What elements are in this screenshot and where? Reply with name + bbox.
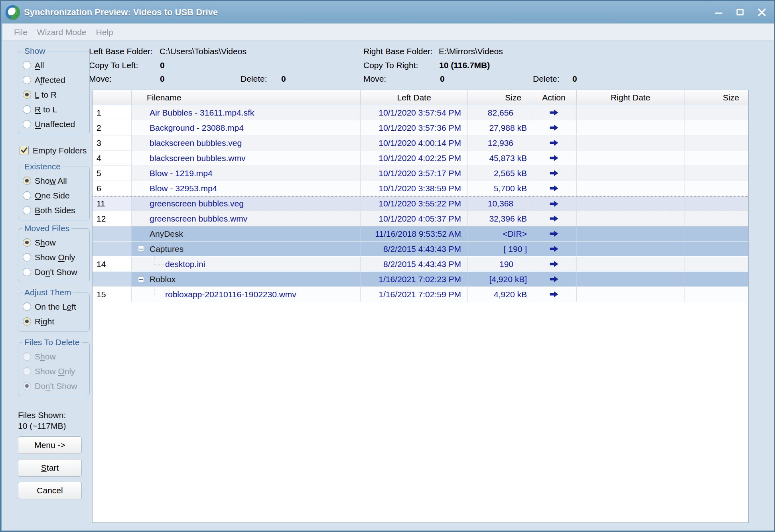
label: Cancel	[37, 486, 63, 495]
label: Start	[41, 463, 59, 473]
radio-moved-files-don-t-show[interactable]: Don't Show	[21, 265, 87, 279]
group-show: ShowAllAffectedL to RR to LUnaffected	[18, 51, 90, 134]
radio-adjust-them-right[interactable]: Right	[21, 314, 87, 329]
radio-icon	[23, 177, 31, 185]
header-right-date-5[interactable]: Right Date	[577, 90, 684, 105]
cell-right-date	[577, 105, 684, 120]
table-row[interactable]: Roblox1/16/2021 7:02:23 PM[4,920 kB]	[93, 272, 748, 287]
menu-wizard-mode[interactable]: Wizard Mode	[32, 27, 91, 37]
left-base-folder-value: C:\Users\Tobias\Videos	[160, 47, 247, 56]
table-row[interactable]: 4blackscreen bubbles.wmv10/1/2020 4:02:2…	[93, 151, 748, 166]
copy-right-arrow-icon	[531, 287, 577, 302]
table-row[interactable]: Captures8/2/2015 4:43:43 PM[ 190 ]	[93, 241, 748, 257]
table-row[interactable]: AnyDesk11/16/2018 9:53:52 AM<DIR>	[93, 226, 748, 241]
table-row[interactable]: 3blackscreen bubbles.veg10/1/2020 4:00:1…	[93, 135, 748, 151]
table-header: FilenameLeft DateSizeActionRight DateSiz…	[93, 90, 748, 105]
cell-left-size: [ 190 ]	[468, 241, 531, 256]
move-right-label: Move:	[363, 74, 386, 84]
cell-right-date	[577, 226, 684, 241]
radio-moved-files-show-only[interactable]: Show Only	[21, 250, 87, 265]
table-row[interactable]: 11greenscreen bubbles.veg10/1/2020 3:55:…	[93, 196, 748, 211]
cell-right-size	[684, 287, 749, 302]
cell-left-size: 4,920 kB	[468, 287, 531, 302]
cell-left-date: 1/16/2021 7:02:23 PM	[361, 272, 468, 287]
radio-show-r-to-l[interactable]: R to L	[21, 102, 87, 117]
checkbox-empty-folders[interactable]: Empty Folders	[18, 143, 90, 158]
cell-right-date	[577, 151, 684, 165]
radio-icon	[23, 352, 31, 361]
menu-file[interactable]: File	[9, 27, 32, 37]
table-row[interactable]: 1Air Bubbles - 31611.mp4.sfk10/1/2020 3:…	[93, 105, 748, 120]
cell-right-size	[684, 211, 749, 226]
cell-right-size	[684, 105, 749, 120]
collapse-expander-icon[interactable]	[138, 276, 144, 282]
cell-right-size	[684, 226, 749, 241]
cell-right-size	[684, 241, 749, 256]
cancel-button[interactable]: Cancel	[18, 482, 82, 499]
group-moved-files: Moved FilesShowShow OnlyDon't Show	[18, 228, 90, 282]
radio-show-l-to-r[interactable]: L to R	[21, 87, 87, 102]
file-name: greenscreen bubbles.wmv	[150, 214, 247, 224]
minimize-button[interactable]	[714, 7, 724, 18]
header-filename-1[interactable]: Filename	[132, 90, 361, 105]
radio-icon	[23, 76, 31, 84]
copy-right-arrow-icon	[531, 105, 577, 120]
radio-existence-show-all[interactable]: Show All	[21, 173, 87, 188]
app-icon	[6, 5, 20, 20]
table-row[interactable]: 6Blow - 32953.mp410/1/2020 3:38:59 PM5,7…	[93, 181, 748, 196]
copy-to-left-label: Copy To Left:	[89, 61, 138, 70]
start-button[interactable]: Start	[18, 459, 82, 477]
cell-row-number: 11	[93, 196, 132, 211]
cell-right-size	[684, 257, 749, 271]
folder-name: AnyDesk	[150, 229, 183, 239]
cell-right-size	[684, 181, 749, 196]
collapse-expander-icon[interactable]	[138, 246, 144, 252]
header-left-date-2[interactable]: Left Date	[361, 90, 468, 105]
label: Don't Show	[35, 381, 77, 391]
radio-icon	[23, 90, 31, 99]
radio-show-unaffected[interactable]: Unaffected	[21, 117, 87, 132]
cell-row-number: 15	[93, 287, 132, 302]
radio-existence-one-side[interactable]: One Side	[21, 188, 87, 203]
table-row[interactable]: 12greenscreen bubbles.wmv10/1/2020 4:05:…	[93, 211, 748, 226]
table-row[interactable]: 2Background - 23088.mp410/1/2020 3:57:36…	[93, 120, 748, 135]
cell-filename: Blow - 32953.mp4	[132, 181, 361, 196]
cell-left-size: [4,920 kB]	[468, 272, 531, 287]
radio-show-all[interactable]: All	[21, 58, 87, 73]
radio-moved-files-show[interactable]: Show	[21, 235, 87, 250]
maximize-button[interactable]	[735, 7, 745, 18]
copy-right-arrow-icon	[531, 135, 577, 150]
copy-right-arrow-icon	[531, 181, 577, 196]
cell-left-date: 1/16/2021 7:02:59 PM	[361, 287, 468, 302]
tree-connector	[154, 287, 164, 295]
table-row[interactable]: 15robloxapp-20210116-1902230.wmv1/16/202…	[93, 287, 748, 302]
label: L to R	[35, 90, 57, 100]
delete-left-value: 0	[281, 74, 286, 84]
radio-existence-both-sides[interactable]: Both Sides	[21, 203, 87, 218]
cell-right-date	[577, 241, 684, 256]
menu-help[interactable]: Help	[91, 27, 118, 37]
table-row[interactable]: 5Blow - 1219.mp410/1/2020 3:57:17 PM2,56…	[93, 166, 748, 181]
group-label-show: Show	[22, 46, 47, 56]
cell-row-number: 4	[93, 151, 132, 165]
menu-bar: File Wizard Mode Help	[2, 24, 774, 41]
group-adjust-them: Adjust ThemOn the LeftRight	[18, 293, 90, 332]
cell-right-size	[684, 151, 749, 165]
copy-to-right-label: Copy To Right:	[363, 61, 418, 70]
header-action-4[interactable]: Action	[531, 90, 577, 105]
cell-left-date: 10/1/2020 3:57:17 PM	[361, 166, 468, 181]
table-row[interactable]: 14desktop.ini8/2/2015 4:43:43 PM190	[93, 257, 748, 272]
header-size-6[interactable]: Size	[684, 90, 749, 105]
close-button[interactable]	[757, 7, 767, 18]
cell-filename: blackscreen bubbles.veg	[132, 135, 361, 150]
radio-adjust-them-on-the-left[interactable]: On the Left	[21, 299, 87, 314]
copy-right-arrow-icon	[531, 151, 577, 165]
menu-button[interactable]: Menu ->	[18, 436, 82, 454]
radio-show-affected[interactable]: Affected	[21, 73, 87, 87]
copy-to-left-value: 0	[160, 61, 165, 70]
header-size-3[interactable]: Size	[468, 90, 531, 105]
file-table: FilenameLeft DateSizeActionRight DateSiz…	[92, 90, 749, 523]
cell-left-size: <DIR>	[468, 226, 531, 241]
cell-left-size: 5,700 kB	[468, 181, 531, 196]
header-rownum[interactable]	[93, 90, 132, 105]
